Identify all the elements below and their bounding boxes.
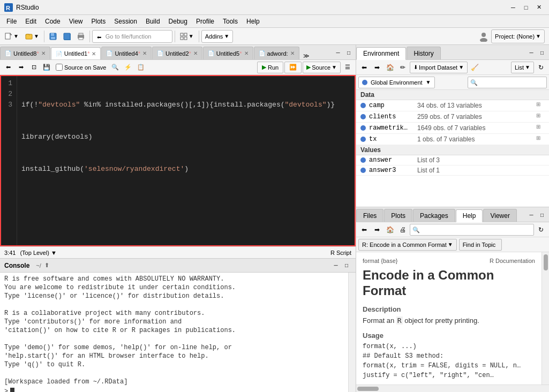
help-minimize-button[interactable]: ─ <box>527 210 536 220</box>
env-refresh-button[interactable]: ↻ <box>535 62 547 73</box>
open-file-button[interactable]: ▼ <box>22 29 42 43</box>
help-refresh-button[interactable]: ↻ <box>535 224 547 236</box>
tab-close-untitled4[interactable]: ✕ <box>142 50 147 56</box>
minimize-button[interactable]: ─ <box>507 2 519 13</box>
source-button[interactable]: ▶ Source ▼ <box>303 62 341 73</box>
env-forward-button[interactable]: ➡ <box>371 62 383 73</box>
help-back-button[interactable]: ⬅ <box>358 224 370 236</box>
help-scrollbar-thumb[interactable] <box>544 254 548 270</box>
editor-wand-button[interactable]: ⚡ <box>122 62 134 73</box>
grid-toggle-button[interactable]: ▼ <box>177 29 197 43</box>
tab-untitled5[interactable]: 📄 Untitled5* ✕ <box>203 47 253 59</box>
help-maximize-button[interactable]: □ <box>537 210 547 220</box>
menu-view[interactable]: View <box>65 15 87 27</box>
help-print-button[interactable]: 🖨 <box>397 224 409 236</box>
menu-profile[interactable]: Profile <box>192 15 219 27</box>
goto-file-button[interactable]: ⬅ Go to file/function <box>92 30 172 43</box>
tab-close-untitled2[interactable]: ✕ <box>193 50 198 56</box>
save-all-button[interactable] <box>61 29 73 43</box>
grid-icon-tx[interactable]: ⊞ <box>536 135 545 144</box>
menu-file[interactable]: File <box>2 15 21 27</box>
editor-minimize-button[interactable]: ─ <box>333 48 343 57</box>
new-file-button[interactable]: ▼ <box>2 29 21 43</box>
tab-history[interactable]: History <box>407 47 440 59</box>
env-maximize-button[interactable]: □ <box>537 48 547 57</box>
env-home-button[interactable]: 🏠 <box>384 62 396 73</box>
menu-code[interactable]: Code <box>41 15 65 27</box>
find-topic-button[interactable]: Find in Topic <box>459 239 502 251</box>
console-input-line[interactable]: > <box>4 387 344 392</box>
help-scrollbar[interactable] <box>542 252 549 385</box>
tab-adword[interactable]: 📄 adword: ✕ <box>254 47 299 59</box>
editor-forward-button[interactable]: ➡ <box>15 62 27 73</box>
print-button[interactable] <box>74 29 87 43</box>
env-minimize-button[interactable]: ─ <box>527 48 536 57</box>
tab-overflow-button[interactable]: ≫ <box>300 52 313 59</box>
tab-viewer[interactable]: Viewer <box>483 209 516 222</box>
help-search-input[interactable] <box>410 224 534 236</box>
project-button[interactable]: Project: (None) ▼ <box>491 29 545 43</box>
tab-untitled1[interactable]: 📄 Untitled1* ✕ <box>51 47 101 60</box>
tab-environment[interactable]: Environment <box>356 47 406 60</box>
code-content[interactable]: if(!"devtools" %in% installed.packages()… <box>17 76 355 245</box>
menu-help[interactable]: Help <box>242 15 264 27</box>
help-bottom-scrollbar[interactable] <box>356 385 549 392</box>
console-minimize-button[interactable]: ─ <box>331 261 341 270</box>
run-button[interactable]: ▶ Run <box>257 62 283 73</box>
editor-compile-button[interactable]: 📋 <box>135 62 147 73</box>
env-edit-button[interactable]: ✏ <box>397 62 409 73</box>
menu-session[interactable]: Session <box>110 15 141 27</box>
editor-save-button[interactable]: 💾 <box>41 62 52 73</box>
env-row-tx[interactable]: tx 1 obs. of 7 variables ⊞ <box>356 134 549 145</box>
menu-debug[interactable]: Debug <box>164 15 192 27</box>
menu-build[interactable]: Build <box>141 15 164 27</box>
console-content[interactable]: R is free software and comes with ABSOLU… <box>0 273 348 392</box>
console-maximize-button[interactable]: □ <box>342 261 351 270</box>
menu-edit[interactable]: Edit <box>21 15 41 27</box>
source-on-save-checkbox[interactable]: Source on Save <box>54 64 108 71</box>
global-env-dropdown[interactable]: Global Environment ▼ <box>358 77 435 88</box>
env-back-button[interactable]: ⬅ <box>358 62 370 73</box>
tab-untitled4[interactable]: 📄 Untitled4* ✕ <box>101 47 152 59</box>
tab-help[interactable]: Help <box>456 209 483 222</box>
menu-plots[interactable]: Plots <box>87 15 110 27</box>
help-forward-button[interactable]: ➡ <box>371 224 383 236</box>
grid-icon-clients[interactable]: ⊞ <box>536 112 545 121</box>
console-scrollbar[interactable] <box>348 273 356 392</box>
tab-plots[interactable]: Plots <box>384 209 412 222</box>
grid-icon-camp[interactable]: ⊞ <box>536 101 545 110</box>
run-next-button[interactable]: ⏩ <box>284 62 302 73</box>
help-home-button[interactable]: 🏠 <box>384 224 396 236</box>
import-dataset-button[interactable]: ⬇ Import Dataset ▼ <box>410 62 468 73</box>
tab-close-untitled8[interactable]: ✕ <box>41 50 46 56</box>
env-row-answer3[interactable]: answer3 List of 1 <box>356 165 549 176</box>
maximize-button[interactable]: □ <box>520 2 532 13</box>
source-on-save-check[interactable] <box>56 64 63 71</box>
tab-untitled2[interactable]: 📄 Untitled2* ✕ <box>152 47 202 59</box>
editor-options-button[interactable]: ☰ <box>342 62 354 73</box>
grid-icon-rawmetrik[interactable]: ⊞ <box>536 124 545 132</box>
tab-close-untitled5[interactable]: ✕ <box>244 50 249 56</box>
close-button[interactable]: ✕ <box>533 2 545 13</box>
env-row-camp[interactable]: camp 34 obs. of 13 variables ⊞ <box>356 100 549 111</box>
help-scrollbar-thumb-h[interactable] <box>357 387 379 391</box>
env-row-clients[interactable]: clients 259 obs. of 7 variables ⊞ <box>356 111 549 123</box>
save-button[interactable] <box>47 29 59 43</box>
tab-packages[interactable]: Packages <box>413 209 455 222</box>
editor-back-button[interactable]: ⬅ <box>2 62 14 73</box>
env-clear-button[interactable]: 🧹 <box>469 62 480 73</box>
list-button[interactable]: List ▼ <box>511 62 534 73</box>
encode-dropdown[interactable]: R: Encode in a Common Format ▼ <box>358 239 457 251</box>
console-go-up[interactable]: ⬆ <box>44 262 49 269</box>
editor-search-button[interactable]: 🔍 <box>109 62 121 73</box>
menu-tools[interactable]: Tools <box>219 15 242 27</box>
editor-maximize-button[interactable]: □ <box>344 48 354 57</box>
addins-button[interactable]: Addins ▼ <box>201 30 234 43</box>
tab-close-adword[interactable]: ✕ <box>290 50 295 56</box>
tab-files[interactable]: Files <box>356 209 383 222</box>
code-editor[interactable]: 1 2 3 if(!"devtools" %in% installed.pack… <box>0 75 356 246</box>
env-row-rawmetrik[interactable]: rawmetrik… 1649 obs. of 7 variables ⊞ <box>356 123 549 134</box>
env-row-answer[interactable]: answer List of 3 <box>356 155 549 165</box>
tab-untitled8[interactable]: 📄 Untitled8* ✕ <box>0 47 50 59</box>
env-search-input[interactable] <box>468 77 547 88</box>
